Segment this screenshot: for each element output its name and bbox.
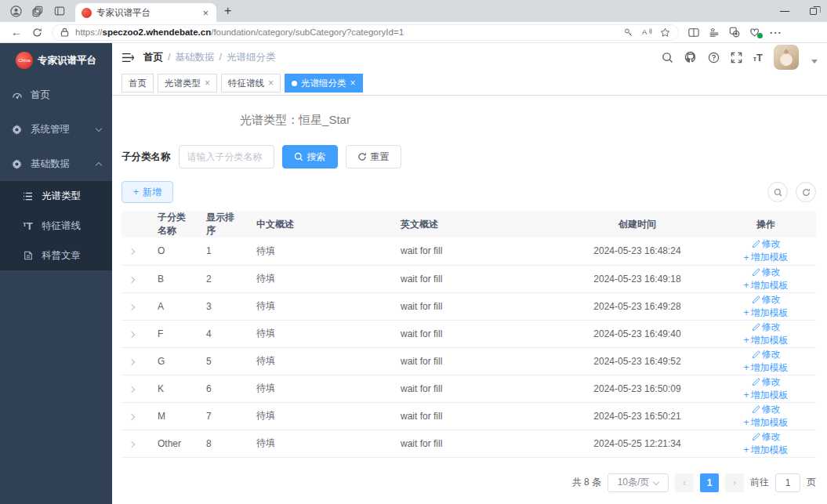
breadcrumb-home[interactable]: 首页 — [143, 51, 163, 64]
split-screen-icon[interactable] — [684, 27, 704, 38]
browser-profile-icon[interactable] — [6, 3, 25, 19]
edit-link[interactable]: 修改 — [752, 403, 781, 416]
cell-sort: 1 — [198, 237, 248, 265]
subcategory-name-input[interactable] — [179, 145, 274, 169]
next-page-button[interactable]: › — [725, 473, 744, 492]
page-size-select[interactable]: 10条/页 — [608, 473, 669, 492]
search-field-label: 子分类名称 — [122, 150, 171, 164]
refresh-table-icon[interactable] — [796, 182, 816, 202]
goto-page-input[interactable] — [775, 473, 800, 492]
reload-icon[interactable] — [27, 27, 47, 38]
address-bar[interactable]: https://speczoo2.whendebate.cn/foundatio… — [52, 24, 679, 41]
edit-link[interactable]: 修改 — [752, 321, 781, 334]
cell-en-summary: wait for fill — [393, 402, 559, 430]
add-template-link[interactable]: + 增加模板 — [743, 334, 788, 347]
avatar-caret-icon[interactable] — [811, 60, 818, 63]
edit-link[interactable]: 修改 — [752, 266, 781, 279]
extensions-icon[interactable] — [724, 27, 745, 38]
browser-tab[interactable]: 专家识谱平台 × — [75, 3, 216, 22]
tag-close-icon[interactable]: × — [205, 78, 210, 89]
add-template-link[interactable]: + 增加模板 — [743, 306, 788, 320]
expand-chevron-icon[interactable] — [129, 386, 135, 392]
tag-spectrum-type[interactable]: 光谱类型× — [158, 74, 217, 92]
new-tab-button[interactable]: + — [224, 4, 231, 18]
lock-icon[interactable] — [60, 27, 69, 37]
row-expand-cell[interactable] — [122, 265, 150, 292]
row-expand-cell[interactable] — [122, 292, 150, 320]
edit-link[interactable]: 修改 — [752, 237, 781, 251]
add-template-label: 增加模板 — [751, 416, 789, 430]
restore-button[interactable] — [799, 0, 827, 22]
sidebar-item-basedata[interactable]: 基础数据 — [0, 147, 112, 181]
tag-close-icon[interactable]: × — [350, 78, 356, 89]
cell-cn-summary: 待填 — [248, 402, 393, 430]
search-button-label: 搜索 — [307, 150, 326, 164]
github-icon[interactable] — [684, 51, 697, 63]
sidebar-item-spectrum-type[interactable]: 光谱类型 — [0, 181, 112, 211]
add-template-link[interactable]: + 增加模板 — [743, 444, 788, 457]
sidebar-toggle-icon[interactable] — [122, 53, 134, 63]
cell-cn-summary: 待填 — [248, 237, 393, 265]
edit-link[interactable]: 修改 — [752, 348, 781, 361]
header-search-icon[interactable] — [662, 52, 673, 63]
sidebar-item-system[interactable]: 系统管理 — [0, 112, 112, 147]
page-number-button[interactable]: 1 — [700, 473, 719, 492]
row-expand-cell[interactable] — [122, 347, 150, 375]
sidebar-item-articles[interactable]: 科普文章 — [0, 241, 112, 270]
workspaces-icon[interactable] — [28, 3, 47, 19]
add-template-link[interactable]: + 增加模板 — [743, 279, 788, 292]
table-row: Other 8 待填 wait for fill 2024-05-25 12:2… — [122, 430, 816, 457]
row-expand-cell[interactable] — [122, 320, 150, 347]
expand-chevron-icon[interactable] — [129, 441, 135, 447]
back-icon[interactable]: ← — [6, 26, 27, 38]
browser-essentials-icon[interactable] — [745, 27, 765, 38]
row-expand-cell[interactable] — [122, 430, 150, 457]
collections-icon[interactable] — [704, 27, 724, 38]
add-template-link[interactable]: + 增加模板 — [743, 361, 788, 375]
expand-chevron-icon[interactable] — [129, 248, 135, 255]
favorite-star-icon[interactable] — [660, 27, 670, 38]
browser-menu-icon[interactable]: ⋯ — [765, 25, 785, 40]
expand-chevron-icon[interactable] — [129, 413, 135, 419]
cell-created-time: 2024-05-23 16:49:52 — [559, 347, 716, 375]
add-button[interactable]: + 新增 — [122, 181, 173, 203]
sidebar-item-feature-lines[interactable]: тT 特征谱线 — [0, 211, 112, 241]
edit-link[interactable]: 修改 — [752, 430, 781, 444]
tag-close-icon[interactable]: × — [268, 78, 274, 89]
expand-chevron-icon[interactable] — [129, 276, 135, 282]
cell-name: A — [150, 292, 198, 320]
app-logo[interactable]: China 专家识谱平台 — [0, 43, 112, 78]
tab-actions-icon[interactable] — [50, 3, 69, 19]
row-expand-cell[interactable] — [122, 402, 150, 430]
edit-link[interactable]: 修改 — [752, 375, 781, 389]
browser-titlebar: 专家识谱平台 × + — — [0, 0, 827, 22]
tag-feature-lines[interactable]: 特征谱线× — [221, 74, 281, 92]
help-icon[interactable] — [708, 52, 720, 63]
toggle-search-icon[interactable] — [767, 182, 788, 202]
read-aloud-icon[interactable]: A — [641, 27, 652, 37]
breadcrumb-mid[interactable]: 基础数据 — [175, 51, 214, 64]
minimize-button[interactable]: — — [771, 0, 799, 22]
fullscreen-icon[interactable] — [731, 52, 742, 63]
expand-chevron-icon[interactable] — [129, 303, 135, 310]
search-button[interactable]: 搜索 — [282, 145, 338, 169]
cell-name: K — [150, 375, 198, 402]
password-key-icon[interactable] — [623, 27, 633, 38]
font-size-icon[interactable]: тT — [753, 52, 763, 63]
row-expand-cell[interactable] — [122, 237, 150, 265]
edit-link[interactable]: 修改 — [752, 293, 781, 306]
chevron-up-icon — [96, 161, 102, 168]
add-template-link[interactable]: + 增加模板 — [743, 389, 788, 402]
add-template-link[interactable]: + 增加模板 — [743, 251, 788, 264]
user-avatar[interactable] — [774, 45, 799, 70]
tag-subcategory-active[interactable]: 光谱细分类× — [285, 74, 363, 92]
reset-button[interactable]: 重置 — [346, 145, 401, 169]
sidebar-item-home[interactable]: 首页 — [0, 78, 112, 112]
expand-chevron-icon[interactable] — [129, 331, 135, 337]
add-template-link[interactable]: + 增加模板 — [743, 416, 788, 430]
row-expand-cell[interactable] — [122, 375, 150, 402]
tab-close-icon[interactable]: × — [201, 7, 210, 19]
tag-home[interactable]: 首页 — [122, 74, 154, 92]
prev-page-button[interactable]: ‹ — [675, 473, 694, 492]
expand-chevron-icon[interactable] — [129, 358, 135, 364]
